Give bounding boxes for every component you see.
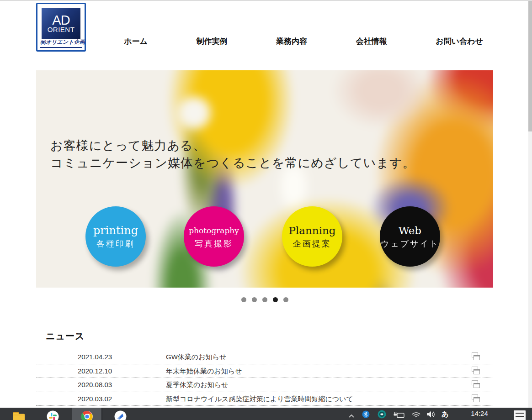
chrome-icon[interactable] [81, 410, 93, 420]
slack-icon[interactable] [47, 410, 59, 420]
hero-catch-line2: コミュニケーション媒体をつくることを常にめざしています。 [50, 154, 415, 172]
action-center-icon[interactable] [514, 410, 526, 420]
news-row[interactable]: 2021.04.23GW休業のお知らせ [36, 350, 493, 364]
logo-text-ad: AD [52, 14, 69, 26]
news-heading: ニュース [46, 330, 85, 342]
paint-app-icon[interactable] [114, 410, 127, 420]
service-ja-label: 企画提案 [293, 239, 331, 248]
service-en-label: Planning [288, 225, 335, 236]
news-title-link[interactable]: GW休業のお知らせ [166, 350, 226, 364]
hero-catchcopy: お客様にとって魅力ある、 コミュニケーション媒体をつくることを常にめざしています… [50, 137, 415, 172]
taskbar-clock[interactable]: 14:24 [463, 410, 495, 417]
hero-slide: お客様にとって魅力ある、 コミュニケーション媒体をつくることを常にめざしています… [36, 70, 493, 288]
news-list: 2021.04.23GW休業のお知らせ2020.12.10年末年始休業のお知らせ… [36, 350, 493, 406]
news-title-link[interactable]: 新型コロナウイルス感染症対策により営業時間短縮について [166, 392, 353, 406]
volume-icon[interactable] [426, 410, 436, 420]
news-date: 2021.04.23 [78, 350, 112, 364]
logo-company-name: ㈱オリエント企画 [40, 38, 82, 48]
service-circle-web[interactable]: Web ウェブサイト [380, 206, 440, 267]
carousel-dot-4[interactable] [273, 297, 278, 302]
nav-item-works[interactable]: 制作実例 [196, 36, 227, 47]
nav-item-company[interactable]: 会社情報 [356, 36, 387, 47]
service-circle-printing[interactable]: printing 各種印刷 [85, 206, 146, 267]
news-date: 2020.03.02 [78, 392, 112, 406]
external-window-icon[interactable] [470, 380, 481, 391]
ime-indicator[interactable]: あ [442, 410, 448, 419]
windows-taskbar: あ 14:24 [0, 408, 532, 420]
bluetooth-icon[interactable] [362, 410, 370, 420]
service-ja-label: 各種印刷 [96, 239, 135, 248]
external-window-icon[interactable] [470, 394, 481, 405]
logo-mark: AD ORIENT [42, 8, 80, 39]
service-ja-label: 写真撮影 [195, 239, 233, 248]
news-row[interactable]: 2020.12.10年末年始休業のお知らせ [36, 364, 493, 378]
carousel-dot-3[interactable] [262, 297, 267, 302]
nav-item-home[interactable]: ホーム [124, 36, 148, 47]
service-en-label: Web [399, 225, 421, 236]
hero-catch-line1: お客様にとって魅力ある、 [50, 137, 415, 154]
carousel-dot-5[interactable] [283, 297, 288, 302]
news-title-link[interactable]: 夏季休業のお知らせ [166, 378, 228, 392]
news-date: 2020.12.10 [78, 364, 112, 378]
screen: { "header": { "logo": { "line1": "AD", "… [0, 0, 532, 420]
scrollbar-track[interactable] [528, 1, 532, 408]
external-window-icon[interactable] [470, 352, 481, 363]
news-row[interactable]: 2020.03.02新型コロナウイルス感染症対策により営業時間短縮について [36, 392, 493, 406]
news-date: 2020.08.03 [78, 378, 112, 392]
power-plug-icon[interactable] [393, 411, 405, 420]
nav-item-services[interactable]: 業務内容 [276, 36, 307, 47]
file-explorer-icon[interactable] [13, 411, 25, 420]
carousel-dot-2[interactable] [252, 297, 257, 302]
teal-app-icon[interactable] [378, 410, 386, 420]
service-en-label: printing [93, 225, 138, 236]
chevron-up-icon[interactable] [348, 412, 355, 420]
service-en-label: photography [189, 225, 239, 236]
site-logo[interactable]: AD ORIENT ㈱オリエント企画 [36, 3, 86, 52]
scrollbar-thumb[interactable] [528, 1, 532, 131]
carousel-dots [36, 297, 493, 302]
carousel-dot-1[interactable] [241, 297, 246, 302]
external-window-icon[interactable] [470, 366, 481, 378]
service-circle-photography[interactable]: photography 写真撮影 [184, 206, 244, 267]
service-ja-label: ウェブサイト [381, 239, 440, 248]
nav-item-contact[interactable]: お問い合わせ [436, 36, 483, 47]
service-circle-planning[interactable]: Planning 企画提案 [282, 206, 342, 267]
logo-text-orient: ORIENT [48, 26, 75, 33]
news-row[interactable]: 2020.08.03夏季休業のお知らせ [36, 378, 493, 392]
wifi-icon[interactable] [411, 411, 421, 420]
news-title-link[interactable]: 年末年始休業のお知らせ [166, 364, 242, 378]
main-nav: ホーム 制作実例 業務内容 会社情報 お問い合わせ [124, 36, 483, 47]
